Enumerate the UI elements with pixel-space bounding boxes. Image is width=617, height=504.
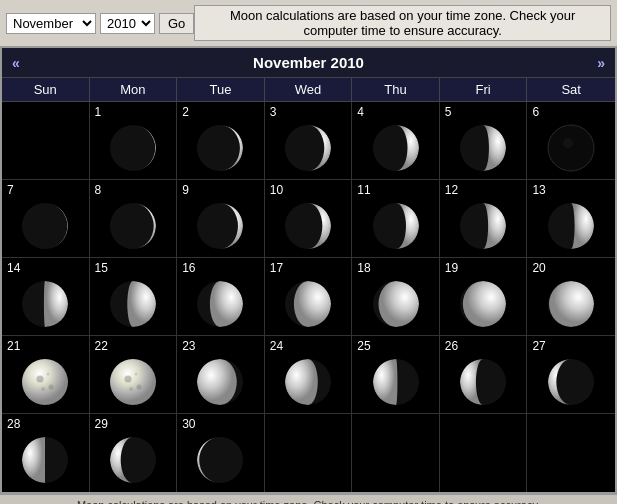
day-number: 18 bbox=[357, 261, 370, 275]
day-cell-4: 4 bbox=[352, 102, 440, 180]
calendar-title: November 2010 bbox=[253, 54, 364, 71]
day-cell-29: 29 bbox=[90, 414, 178, 492]
moon-phase-icon bbox=[369, 199, 423, 253]
moon-phase-icon bbox=[193, 433, 247, 487]
day-number: 22 bbox=[95, 339, 108, 353]
moon-phase-icon bbox=[369, 121, 423, 175]
toolbar-left: November JanuaryFebruaryMarch AprilMayJu… bbox=[6, 13, 194, 34]
moon-phase-icon bbox=[456, 277, 510, 331]
day-cell-15: 15 bbox=[90, 258, 178, 336]
day-cell-25: 25 bbox=[352, 336, 440, 414]
svg-point-43 bbox=[41, 387, 45, 391]
day-number: 1 bbox=[95, 105, 102, 119]
day-number: 9 bbox=[182, 183, 189, 197]
svg-point-46 bbox=[124, 376, 131, 383]
day-number: 3 bbox=[270, 105, 277, 119]
day-number: 15 bbox=[95, 261, 108, 275]
day-number: 24 bbox=[270, 339, 283, 353]
day-cell-6: 6 bbox=[527, 102, 615, 180]
day-number: 8 bbox=[95, 183, 102, 197]
moon-phase-icon bbox=[544, 121, 598, 175]
day-cell-22: 22 bbox=[90, 336, 178, 414]
day-header-sun: Sun bbox=[2, 78, 90, 102]
moon-phase-icon bbox=[369, 277, 423, 331]
footer-line1: Moon calculations are based on your time… bbox=[2, 499, 615, 504]
day-number: 4 bbox=[357, 105, 364, 119]
day-cell-13: 13 bbox=[527, 180, 615, 258]
moon-phase-icon bbox=[18, 433, 72, 487]
moon-phase-icon bbox=[456, 121, 510, 175]
day-header-tue: Tue bbox=[177, 78, 265, 102]
day-header-wed: Wed bbox=[265, 78, 353, 102]
day-cell-17: 17 bbox=[265, 258, 353, 336]
day-cell-7: 7 bbox=[2, 180, 90, 258]
calendar-header: « November 2010 » bbox=[2, 48, 615, 77]
day-number: 12 bbox=[445, 183, 458, 197]
moon-phase-icon bbox=[281, 199, 335, 253]
prev-arrow[interactable]: « bbox=[12, 55, 20, 71]
day-cell-23: 23 bbox=[177, 336, 265, 414]
moon-phase-icon bbox=[106, 433, 160, 487]
svg-point-41 bbox=[37, 376, 44, 383]
day-number: 14 bbox=[7, 261, 20, 275]
day-cell-empty bbox=[527, 414, 615, 492]
moon-phase-icon bbox=[193, 355, 247, 409]
footer: Moon calculations are based on your time… bbox=[0, 494, 617, 504]
day-cell-27: 27 bbox=[527, 336, 615, 414]
day-number: 5 bbox=[445, 105, 452, 119]
day-number: 25 bbox=[357, 339, 370, 353]
day-header-fri: Fri bbox=[440, 78, 528, 102]
day-number: 23 bbox=[182, 339, 195, 353]
day-cell-19: 19 bbox=[440, 258, 528, 336]
day-cell-21: 21 bbox=[2, 336, 90, 414]
day-cell-16: 16 bbox=[177, 258, 265, 336]
moon-phase-icon bbox=[281, 355, 335, 409]
moon-phase-icon bbox=[281, 121, 335, 175]
day-number: 17 bbox=[270, 261, 283, 275]
day-number: 16 bbox=[182, 261, 195, 275]
next-arrow[interactable]: » bbox=[597, 55, 605, 71]
day-number: 27 bbox=[532, 339, 545, 353]
month-select[interactable]: November JanuaryFebruaryMarch AprilMayJu… bbox=[6, 13, 96, 34]
go-button[interactable]: Go bbox=[159, 13, 194, 34]
moon-phase-icon bbox=[18, 277, 72, 331]
moon-phase-icon bbox=[18, 199, 72, 253]
day-cell-18: 18 bbox=[352, 258, 440, 336]
day-cell-9: 9 bbox=[177, 180, 265, 258]
day-cell-26: 26 bbox=[440, 336, 528, 414]
day-cell-5: 5 bbox=[440, 102, 528, 180]
day-number: 21 bbox=[7, 339, 20, 353]
day-cell-11: 11 bbox=[352, 180, 440, 258]
calendar-grid: Sun Mon Tue Wed Thu Fri Sat bbox=[2, 77, 615, 102]
days-grid: 1 2 3 bbox=[2, 102, 615, 492]
day-number: 26 bbox=[445, 339, 458, 353]
day-number: 20 bbox=[532, 261, 545, 275]
day-number: 10 bbox=[270, 183, 283, 197]
moon-phase-icon bbox=[456, 355, 510, 409]
svg-point-40 bbox=[22, 359, 68, 405]
view-current-button[interactable]: Moon calculations are based on your time… bbox=[194, 5, 611, 41]
day-number: 29 bbox=[95, 417, 108, 431]
day-number: 7 bbox=[7, 183, 14, 197]
svg-point-42 bbox=[49, 385, 54, 390]
day-cell-empty bbox=[440, 414, 528, 492]
day-cell-14: 14 bbox=[2, 258, 90, 336]
moon-phase-icon bbox=[18, 355, 72, 409]
moon-phase-icon bbox=[544, 199, 598, 253]
svg-point-11 bbox=[563, 138, 573, 148]
day-number: 28 bbox=[7, 417, 20, 431]
day-cell-20: 20 bbox=[527, 258, 615, 336]
day-cell-10: 10 bbox=[265, 180, 353, 258]
calendar-container: « November 2010 » Sun Mon Tue Wed Thu Fr… bbox=[0, 46, 617, 494]
svg-point-10 bbox=[548, 125, 594, 171]
moon-phase-icon bbox=[193, 121, 247, 175]
day-header-thu: Thu bbox=[352, 78, 440, 102]
day-cell-30: 30 bbox=[177, 414, 265, 492]
day-number: 30 bbox=[182, 417, 195, 431]
svg-point-49 bbox=[134, 373, 137, 376]
day-number: 6 bbox=[532, 105, 539, 119]
year-select[interactable]: 2010 200920112012 bbox=[100, 13, 155, 34]
day-cell-28: 28 bbox=[2, 414, 90, 492]
day-cell-empty bbox=[265, 414, 353, 492]
svg-point-47 bbox=[136, 385, 141, 390]
